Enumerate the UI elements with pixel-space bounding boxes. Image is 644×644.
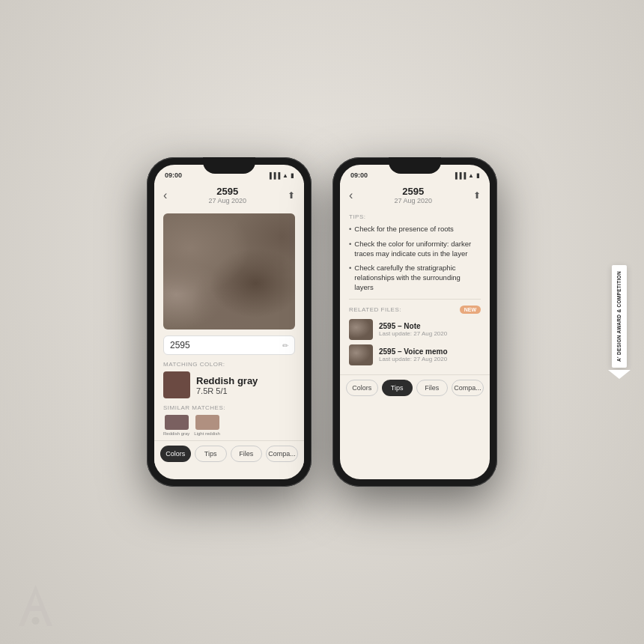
time-right: 09:00 [350, 171, 368, 179]
related-files-label: RELATED FILES: [349, 306, 401, 313]
tab-colors-right[interactable]: Colors [346, 380, 378, 396]
tips-label: TIPS: [349, 213, 481, 220]
content-right: TIPS: • Check for the presence of roots … [340, 209, 490, 374]
similar-item-2: Light reddish [194, 415, 219, 436]
nav-title-right: 2595 [394, 186, 432, 197]
file-thumb-1 [349, 319, 373, 340]
similar-swatch-2 [195, 415, 219, 430]
battery-icon-right: ▮ [476, 172, 479, 179]
similar-label-2: Light reddish [194, 431, 219, 436]
file-date-1: Last update: 27 Aug 2020 [379, 330, 447, 337]
file-item-1[interactable]: 2595 – Note Last update: 27 Aug 2020 [349, 319, 481, 340]
back-button-right[interactable]: ‹ [349, 189, 353, 201]
design-award-badge: A' DESIGN AWARD & COMPETITION [608, 265, 631, 379]
battery-icon: ▮ [291, 172, 294, 179]
file-name-2: 2595 – Voice memo [379, 347, 448, 356]
phones-container: 09:00 ▐▐▐ ▲ ▮ ‹ 2595 27 Aug 2020 ⬆ [147, 157, 497, 487]
color-code: 7.5R 5/1 [196, 386, 258, 395]
nav-title-block-left: 2595 27 Aug 2020 [208, 186, 246, 204]
tab-bar-left: Colors Tips Files Compa... [154, 440, 304, 467]
signal-icon: ▐▐▐ [267, 172, 280, 179]
file-thumb-2 [349, 344, 373, 365]
content-left: 2595 ✏ MATCHING COLOR: Reddish gray 7.5R… [154, 209, 304, 440]
notch-right [389, 157, 441, 174]
wifi-icon: ▲ [282, 172, 288, 179]
tip-bullet-1: • [349, 225, 351, 234]
status-icons-right: ▐▐▐ ▲ ▮ [453, 172, 479, 179]
phone-left-screen: 09:00 ▐▐▐ ▲ ▮ ‹ 2595 27 Aug 2020 ⬆ [154, 165, 304, 479]
signal-icon-right: ▐▐▐ [453, 172, 466, 179]
tab-files-left[interactable]: Files [231, 446, 263, 462]
matching-color-section: MATCHING COLOR: Reddish gray 7.5R 5/1 [163, 361, 295, 398]
tip-text-3: Check carefully the stratigraphic relati… [354, 264, 481, 292]
similar-matches: Reddish gray Light reddish [163, 415, 295, 436]
tab-colors-left[interactable]: Colors [160, 446, 191, 462]
tab-bar-right: Colors Tips Files Compa... [340, 374, 490, 401]
edit-icon[interactable]: ✏ [282, 341, 288, 350]
file-item-2[interactable]: 2595 – Voice memo Last update: 27 Aug 20… [349, 344, 481, 365]
layer-id-field[interactable]: 2595 ✏ [163, 335, 295, 355]
tab-compa-left[interactable]: Compa... [266, 446, 298, 462]
tab-tips-left[interactable]: Tips [195, 446, 227, 462]
file-info-1: 2595 – Note Last update: 27 Aug 2020 [379, 322, 447, 337]
similar-item-1: Reddish gray [163, 415, 189, 436]
tip-item-3: • Check carefully the stratigraphic rela… [349, 264, 481, 292]
layer-id-value: 2595 [170, 340, 190, 350]
tip-bullet-3: • [349, 264, 351, 292]
file-name-1: 2595 – Note [379, 322, 447, 330]
a-logo [19, 585, 52, 629]
nav-date-right: 27 Aug 2020 [394, 197, 432, 204]
nav-header-right: ‹ 2595 27 Aug 2020 ⬆ [340, 183, 490, 209]
file-thumb-texture-1 [349, 319, 373, 340]
soil-texture [163, 213, 295, 329]
similar-swatch-1 [165, 415, 189, 430]
tip-text-2: Check the color for uniformity: darker t… [354, 240, 481, 259]
back-button-left[interactable]: ‹ [163, 189, 167, 201]
file-date-2: Last update: 27 Aug 2020 [379, 356, 448, 362]
tips-section: TIPS: • Check for the presence of roots … [349, 213, 481, 293]
similar-matches-label: SIMILAR MATCHES: [163, 404, 295, 411]
tab-files-right[interactable]: Files [416, 380, 449, 396]
nav-header-left: ‹ 2595 27 Aug 2020 ⬆ [154, 183, 304, 209]
soil-photo [163, 213, 295, 329]
file-info-2: 2595 – Voice memo Last update: 27 Aug 20… [379, 347, 448, 362]
divider [349, 299, 481, 300]
share-button-right[interactable]: ⬆ [473, 190, 481, 201]
new-badge: NEW [460, 306, 481, 314]
design-award-triangle [608, 370, 631, 379]
svg-point-0 [32, 617, 40, 625]
tab-compa-right[interactable]: Compa... [452, 380, 484, 396]
color-name: Reddish gray [196, 375, 258, 386]
phone-right: 09:00 ▐▐▐ ▲ ▮ ‹ 2595 27 Aug 2020 ⬆ [332, 157, 497, 487]
tab-tips-right[interactable]: Tips [382, 380, 413, 396]
tip-item-2: • Check the color for uniformity: darker… [349, 240, 481, 259]
tip-text-1: Check for the presence of roots [354, 225, 454, 234]
color-swatch [163, 371, 190, 398]
matching-color-label: MATCHING COLOR: [163, 361, 295, 368]
color-match: Reddish gray 7.5R 5/1 [163, 371, 295, 398]
related-files-header: RELATED FILES: NEW [349, 306, 481, 314]
color-info: Reddish gray 7.5R 5/1 [196, 375, 258, 395]
nav-title-left: 2595 [208, 186, 246, 197]
share-button-left[interactable]: ⬆ [288, 190, 295, 201]
tip-item-1: • Check for the presence of roots [349, 225, 481, 234]
tip-bullet-2: • [349, 240, 351, 259]
time-left: 09:00 [165, 171, 182, 179]
nav-date-left: 27 Aug 2020 [208, 197, 246, 204]
phone-left: 09:00 ▐▐▐ ▲ ▮ ‹ 2595 27 Aug 2020 ⬆ [147, 157, 312, 487]
nav-title-block-right: 2595 27 Aug 2020 [394, 186, 432, 204]
notch-left [203, 157, 255, 174]
similar-label-1: Reddish gray [163, 431, 189, 436]
status-icons-left: ▐▐▐ ▲ ▮ [267, 172, 294, 179]
phone-right-screen: 09:00 ▐▐▐ ▲ ▮ ‹ 2595 27 Aug 2020 ⬆ [340, 165, 490, 479]
wifi-icon-right: ▲ [468, 172, 474, 179]
file-thumb-texture-2 [349, 344, 373, 365]
design-award-text: A' DESIGN AWARD & COMPETITION [616, 271, 622, 362]
